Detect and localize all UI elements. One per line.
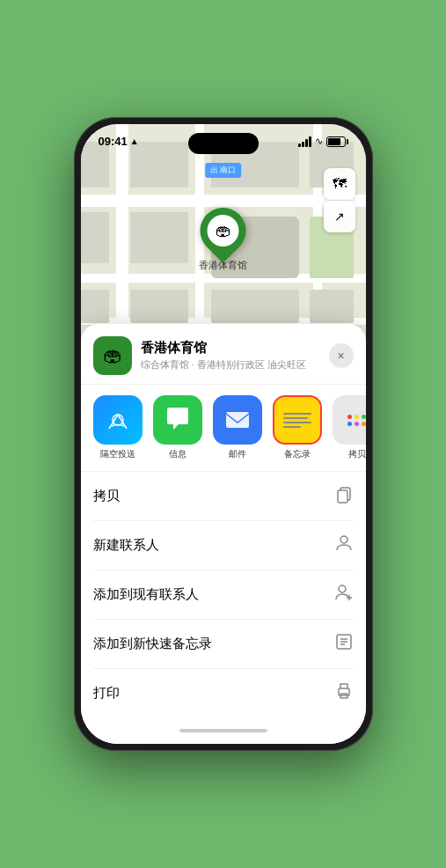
menu-item-new-contact[interactable]: 新建联系人 <box>93 521 354 570</box>
menu-item-copy-label: 拷贝 <box>93 488 120 504</box>
notes-icon <box>273 395 322 445</box>
menu-items: 拷贝 新建联系人 <box>81 472 366 717</box>
share-item-more[interactable]: 拷贝 <box>333 395 366 460</box>
bottom-sheet: 🏟 香港体育馆 综合体育馆 · 香港特别行政区 油尖旺区 × <box>81 324 366 744</box>
status-icons: ∿ <box>298 136 348 147</box>
svg-point-5 <box>339 585 346 592</box>
city-block <box>310 290 354 323</box>
wifi-icon: ∿ <box>315 136 323 147</box>
messages-icon <box>153 395 202 445</box>
venue-icon: 🏟 <box>93 336 132 375</box>
mail-icon <box>213 395 262 445</box>
menu-item-add-note-label: 添加到新快速备忘录 <box>93 636 212 652</box>
person-plus-icon <box>334 583 354 607</box>
city-block <box>81 212 109 263</box>
city-block <box>130 212 188 263</box>
share-item-messages[interactable]: 信息 <box>153 395 202 460</box>
more-icon <box>333 395 366 445</box>
location-arrow-icon: ▲ <box>130 136 139 146</box>
menu-item-add-note[interactable]: 添加到新快速备忘录 <box>93 620 354 669</box>
svg-rect-1 <box>226 412 249 428</box>
share-row: 隔空投送 信息 <box>81 385 366 472</box>
status-time: 09:41 <box>99 135 128 148</box>
more-label: 拷贝 <box>348 448 366 460</box>
memo-icon <box>334 632 354 656</box>
menu-item-add-existing-label: 添加到现有联系人 <box>93 586 199 603</box>
messages-label: 信息 <box>169 448 186 460</box>
menu-item-print-label: 打印 <box>93 685 120 702</box>
venue-subtitle: 综合体育馆 · 香港特别行政区 油尖旺区 <box>141 358 329 371</box>
battery-icon <box>326 136 348 147</box>
map-type-button[interactable]: 🗺 <box>324 168 355 200</box>
airdrop-label: 隔空投送 <box>100 448 135 460</box>
location-pin: 🏟 香港体育馆 <box>199 208 247 272</box>
location-button[interactable]: ↗ <box>324 201 355 232</box>
city-block <box>81 290 109 323</box>
menu-item-new-contact-label: 新建联系人 <box>93 537 159 554</box>
menu-item-add-existing[interactable]: 添加到现有联系人 <box>93 570 354 620</box>
venue-name: 香港体育馆 <box>141 340 329 357</box>
dot-row-2 <box>347 422 366 426</box>
person-icon <box>334 533 354 557</box>
share-item-mail[interactable]: 邮件 <box>213 395 262 460</box>
pin-circle: 🏟 <box>191 198 256 263</box>
copy-icon <box>334 484 354 508</box>
share-item-notes[interactable]: 备忘录 <box>273 395 322 460</box>
city-block <box>130 290 188 323</box>
menu-item-print[interactable]: 打印 <box>93 669 354 717</box>
svg-rect-3 <box>338 490 347 503</box>
close-button[interactable]: × <box>329 343 354 368</box>
dot-row-1 <box>347 415 366 419</box>
mail-label: 邮件 <box>229 448 246 460</box>
phone-frame: 09:41 ▲ ∿ <box>74 117 373 751</box>
share-item-airdrop[interactable]: 隔空投送 <box>93 395 143 460</box>
print-icon <box>334 681 354 705</box>
home-bar <box>179 729 267 732</box>
map-exit-label: 出 南口 <box>205 163 242 178</box>
phone-screen: 09:41 ▲ ∿ <box>81 124 366 744</box>
home-indicator <box>81 717 366 744</box>
airdrop-icon <box>93 395 143 445</box>
stadium-icon: 🏟 <box>208 215 239 246</box>
dynamic-island <box>188 133 259 154</box>
svg-point-4 <box>340 536 347 543</box>
venue-info: 香港体育馆 综合体育馆 · 香港特别行政区 油尖旺区 <box>141 340 329 371</box>
notes-label: 备忘录 <box>284 448 311 460</box>
notes-lines <box>278 409 317 431</box>
map-controls: 🗺 ↗ <box>324 168 355 232</box>
menu-item-copy[interactable]: 拷贝 <box>93 472 354 521</box>
sheet-header: 🏟 香港体育馆 综合体育馆 · 香港特别行政区 油尖旺区 × <box>81 324 366 385</box>
city-block <box>211 290 299 323</box>
signal-icon <box>298 136 311 147</box>
